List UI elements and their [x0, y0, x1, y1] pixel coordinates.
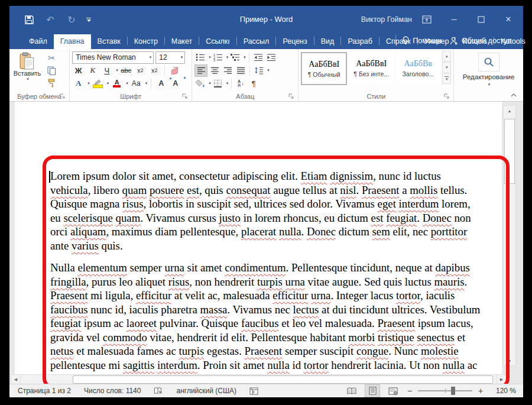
line-spacing-caret-icon[interactable]: ▾ [267, 68, 270, 73]
numbering-caret-icon[interactable]: ▾ [226, 55, 229, 60]
bullets-caret-icon[interactable]: ▾ [209, 55, 211, 60]
proofing-status-icon[interactable] [154, 387, 163, 396]
change-case-button[interactable]: Аа [130, 78, 142, 89]
editing-button[interactable]: Редактирование ▾ [459, 51, 518, 91]
tab-разраб[interactable]: Разраб [341, 34, 379, 49]
underline-caret-icon[interactable]: ▾ [116, 68, 118, 73]
grow-font-button[interactable]: А▴ [155, 78, 167, 89]
collapse-ribbon-icon[interactable] [509, 92, 518, 99]
bullets-button[interactable] [194, 52, 206, 63]
paste-button[interactable]: Вставить ▾ [12, 51, 43, 91]
change-case-caret-icon[interactable]: ▾ [145, 81, 148, 86]
tab-главна[interactable]: Главна [54, 34, 91, 49]
page-indicator[interactable]: Страница 1 из 2 [18, 387, 71, 395]
align-right-button[interactable] [222, 65, 233, 76]
document-text[interactable]: Lorem ipsum dolor sit amet, consectetur … [50, 169, 480, 380]
clear-formatting-icon[interactable] [168, 65, 181, 76]
tab-реценз[interactable]: Реценз [276, 34, 313, 49]
print-layout-button[interactable] [365, 384, 380, 397]
horizontal-scrollbar-thumb[interactable] [73, 375, 493, 384]
text-effects-button[interactable]: А [72, 78, 85, 89]
superscript-button[interactable]: x2 [148, 65, 161, 76]
cut-icon[interactable]: ✂ [45, 53, 58, 63]
align-center-button[interactable] [209, 65, 220, 76]
scroll-up-icon[interactable]: ▲ [504, 106, 515, 115]
subscript-button[interactable]: x2 [134, 65, 147, 76]
zoom-percentage[interactable]: 120 % [490, 387, 516, 395]
clipboard-dialog-launcher-icon[interactable] [60, 93, 66, 99]
bold-button[interactable]: Ж [72, 65, 85, 76]
ribbon-display-options-icon[interactable] [420, 13, 433, 26]
scroll-left-icon[interactable]: ◀ [11, 374, 21, 384]
tab-вставк[interactable]: Вставк [91, 34, 127, 49]
maximize-icon[interactable] [475, 13, 488, 26]
underline-button[interactable]: Ч [100, 65, 113, 76]
font-size-select[interactable]: 12 ▾ [155, 51, 185, 64]
styles-more-icon[interactable]: ▼ [442, 73, 451, 84]
numbering-button[interactable]: 123 [212, 52, 224, 63]
shading-button[interactable] [194, 78, 206, 89]
styles-scroll-up-icon[interactable]: ▲ [442, 51, 451, 61]
minimize-icon[interactable]: ─ [447, 13, 460, 26]
horizontal-scrollbar-track[interactable] [21, 374, 497, 384]
tab-вид[interactable]: Вид [314, 34, 341, 49]
zoom-slider-thumb[interactable] [451, 387, 455, 395]
styles-scroll-down-icon[interactable]: ▼ [442, 62, 451, 73]
style-preview: АаБбВвІ [309, 60, 339, 69]
styles-dialog-launcher-icon[interactable] [444, 93, 450, 99]
shading-caret-icon[interactable]: ▾ [209, 81, 211, 86]
font-name-select[interactable]: Times New Roman ▾ [72, 51, 154, 64]
zoom-out-icon[interactable]: − [406, 386, 413, 396]
sort-button[interactable]: АЯ ↓ [235, 78, 246, 89]
font-dialog-launcher-icon[interactable] [182, 93, 188, 99]
horizontal-scrollbar[interactable]: ◀ ▶ [11, 375, 507, 384]
strikethrough-button[interactable]: abc [120, 65, 132, 76]
line-spacing-button[interactable] [253, 65, 265, 76]
text-effects-caret-icon[interactable]: ▾ [87, 81, 90, 86]
increase-indent-button[interactable] [265, 52, 277, 63]
vertical-scrollbar[interactable]: ▲ ▼ [503, 105, 516, 366]
format-painter-icon[interactable] [45, 77, 58, 88]
multilevel-caret-icon[interactable]: ▾ [244, 55, 246, 60]
scroll-down-icon[interactable]: ▼ [504, 356, 515, 365]
decrease-indent-button[interactable] [252, 52, 264, 63]
highlight-caret-icon[interactable]: ▾ [107, 81, 109, 86]
vertical-scrollbar-thumb[interactable] [504, 119, 515, 184]
highlight-color-button[interactable] [92, 78, 104, 89]
tab-макет[interactable]: Макет [165, 34, 199, 49]
italic-button[interactable]: К [86, 65, 99, 76]
paragraph-dialog-launcher-icon[interactable] [288, 93, 294, 99]
align-left-button[interactable] [194, 64, 207, 77]
style-card[interactable]: АаБбВвІ¶ Обычный [301, 52, 347, 85]
language-indicator[interactable]: английский (США) [176, 387, 236, 395]
read-mode-button[interactable] [345, 385, 359, 397]
borders-button[interactable] [212, 78, 224, 89]
font-color-caret-icon[interactable]: ▾ [126, 81, 128, 86]
justify-button[interactable] [235, 65, 246, 76]
show-formatting-marks-button[interactable]: ¶ [248, 78, 259, 89]
help-assistant-button[interactable]: Помощн [400, 33, 444, 48]
tab-файл[interactable]: Файл [22, 34, 54, 49]
tab-констр[interactable]: Констр [128, 34, 164, 49]
misspelled-word: turpis [179, 345, 204, 357]
tab-ссылкı[interactable]: Ссылкı [199, 34, 236, 49]
document-page[interactable]: Lorem ipsum dolor sit amet, consectetur … [15, 102, 502, 384]
word-count[interactable]: Число слов: 1140 [84, 387, 141, 395]
close-icon[interactable]: ✕ [502, 13, 515, 26]
share-button[interactable]: Общий доступ [447, 34, 514, 48]
borders-caret-icon[interactable]: ▾ [226, 81, 229, 86]
text-line: Nulla elementum semper urna sit amet con… [50, 261, 480, 275]
copy-icon[interactable] [45, 65, 58, 76]
macro-recording-icon[interactable] [249, 387, 258, 395]
web-layout-button[interactable] [386, 385, 400, 397]
scroll-right-icon[interactable]: ▶ [497, 374, 507, 384]
zoom-slider[interactable] [418, 390, 472, 391]
zoom-in-icon[interactable]: + [477, 386, 484, 396]
style-card[interactable]: АаБбВвІ¶ Без инте... [349, 52, 394, 84]
multilevel-list-button[interactable] [229, 52, 241, 63]
user-name[interactable]: Виктор Гойман [361, 6, 412, 33]
font-color-button[interactable]: А [111, 78, 123, 89]
shrink-font-button[interactable]: А▾ [169, 78, 181, 89]
style-card[interactable]: АаБбВвЗаголово... [395, 52, 440, 84]
tab-рассыл[interactable]: Рассыл [237, 34, 276, 49]
